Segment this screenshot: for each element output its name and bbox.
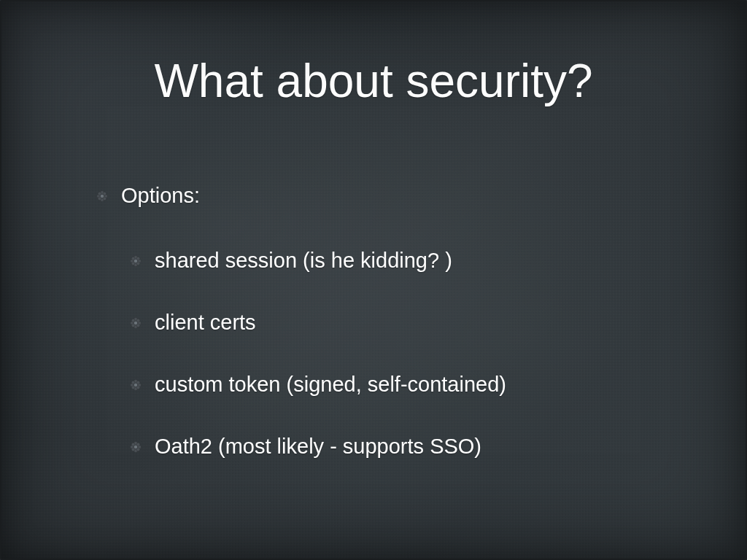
list-item: client certs — [130, 311, 687, 335]
svg-point-14 — [136, 262, 140, 265]
svg-point-31 — [136, 381, 140, 384]
svg-point-8 — [101, 194, 104, 198]
svg-point-15 — [131, 262, 135, 265]
svg-point-34 — [131, 381, 135, 384]
svg-point-5 — [103, 197, 107, 201]
bullet-text: client certs — [155, 311, 256, 335]
svg-point-43 — [131, 443, 135, 446]
flower-bullet-icon — [130, 317, 142, 329]
svg-point-33 — [131, 386, 135, 389]
svg-point-16 — [131, 257, 135, 260]
slide-title: What about security? — [1, 54, 746, 108]
svg-point-4 — [103, 192, 107, 195]
svg-point-24 — [131, 324, 135, 327]
slide-chalkboard: What about security? Options: shared ses… — [0, 0, 747, 560]
svg-point-35 — [134, 383, 138, 386]
bullet-text: Options: — [121, 184, 200, 208]
svg-point-42 — [131, 448, 135, 451]
list-item: Oath2 (most likely - supports SSO) — [130, 435, 687, 459]
bullet-text: Oath2 (most likely - supports SSO) — [155, 435, 481, 459]
svg-point-44 — [134, 445, 138, 448]
flower-bullet-icon — [130, 441, 142, 453]
svg-point-25 — [131, 319, 135, 322]
svg-point-26 — [134, 321, 138, 324]
flower-bullet-icon — [130, 379, 142, 391]
svg-point-41 — [136, 448, 140, 451]
svg-point-7 — [98, 192, 101, 195]
svg-point-6 — [98, 197, 101, 201]
slide-content: Options: shared session (is he kidding? … — [96, 184, 687, 497]
svg-point-22 — [136, 319, 140, 322]
list-item: Options: — [96, 184, 687, 208]
bullet-text: custom token (signed, self-contained) — [155, 373, 506, 397]
list-item: custom token (signed, self-contained) — [130, 373, 687, 397]
flower-bullet-icon — [130, 255, 142, 267]
bullet-text: shared session (is he kidding? ) — [155, 249, 452, 273]
flower-bullet-icon — [96, 190, 108, 202]
svg-point-40 — [136, 443, 140, 446]
svg-point-17 — [134, 259, 138, 262]
svg-point-23 — [136, 324, 140, 327]
svg-point-32 — [136, 386, 140, 389]
list-item: shared session (is he kidding? ) — [130, 249, 687, 273]
svg-point-13 — [136, 257, 140, 260]
